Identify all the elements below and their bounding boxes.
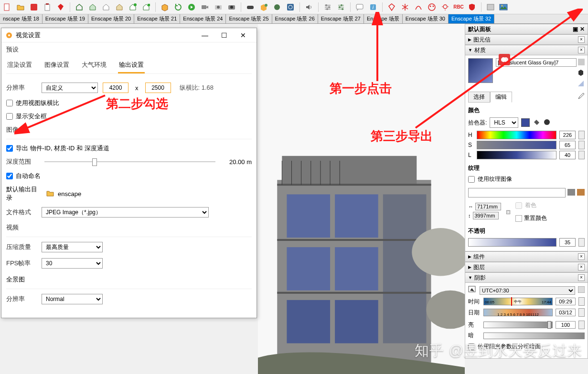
tb-vr[interactable]: [245, 2, 256, 12]
browse-tex-icon[interactable]: [567, 189, 575, 197]
tb-box[interactable]: [160, 2, 170, 12]
dialog-titlebar[interactable]: 视觉设置 — ☐ ✕: [1, 28, 257, 42]
time-input[interactable]: [556, 298, 576, 305]
edit-tex-icon[interactable]: [577, 189, 585, 197]
scene-tab[interactable]: Enscape 场景 26: [272, 14, 318, 23]
export-img-icon[interactable]: [499, 2, 509, 12]
tb-save[interactable]: [29, 2, 39, 12]
tex-width[interactable]: [475, 203, 501, 210]
scene-tab[interactable]: Enscape 场景 21: [134, 14, 180, 23]
pano-res-select[interactable]: Normal: [42, 294, 103, 304]
tb-cam2[interactable]: [226, 2, 237, 12]
depth-slider[interactable]: [44, 161, 215, 162]
settings-icon[interactable]: [285, 2, 296, 12]
scene-tab-active[interactable]: Enscape 场景 32: [449, 14, 494, 23]
s-input[interactable]: [559, 141, 576, 149]
opacity-spin[interactable]: [578, 238, 585, 247]
reset-swatch[interactable]: [515, 215, 522, 222]
opacity-input[interactable]: [559, 238, 576, 247]
shield-icon[interactable]: [467, 2, 477, 12]
tb-refresh[interactable]: [173, 2, 183, 12]
scene-tab[interactable]: Enscape 场景 19: [43, 14, 88, 23]
sliders2-icon[interactable]: [336, 2, 346, 12]
chat-icon[interactable]: [354, 2, 365, 12]
palette-icon[interactable]: [427, 2, 437, 12]
tb-h1[interactable]: [74, 2, 85, 12]
scene-tab[interactable]: Enscape 场景 24: [180, 14, 226, 23]
tb-open[interactable]: [15, 2, 26, 12]
time-slider[interactable]: 06:05 中午 17:44: [483, 298, 553, 305]
close-button[interactable]: ✕: [234, 29, 253, 42]
tb-cloud[interactable]: [258, 2, 269, 12]
tab-render[interactable]: 渲染设置: [6, 59, 33, 73]
dark-slider[interactable]: [483, 332, 585, 339]
maximize-button[interactable]: ☐: [214, 29, 234, 42]
compress-select[interactable]: 最高质量: [42, 242, 103, 252]
export-ids-checkbox[interactable]: [6, 145, 13, 152]
auto-name-checkbox[interactable]: [6, 173, 13, 179]
tb-cam1[interactable]: [213, 2, 224, 12]
time-spin[interactable]: [578, 297, 585, 306]
tab-atmosphere[interactable]: 大气环境: [81, 59, 107, 73]
h-spin[interactable]: [578, 131, 585, 139]
mat-cube-icon[interactable]: [577, 69, 585, 78]
shadow-toggle-icon[interactable]: [468, 286, 477, 295]
pic-icon[interactable]: [485, 2, 496, 12]
scene-tab[interactable]: Enscape 场景 25: [226, 14, 272, 23]
tb-new[interactable]: [2, 2, 12, 12]
eyedropper-icon[interactable]: [577, 92, 585, 103]
sliders1-icon[interactable]: [322, 2, 333, 12]
file-format-select[interactable]: JPEG Image（*.jpg）: [42, 207, 209, 218]
tb-brush[interactable]: [272, 2, 282, 12]
rbc-icon[interactable]: RBC: [453, 2, 464, 12]
folder-icon[interactable]: [46, 190, 54, 198]
show-safe-frame-checkbox[interactable]: [6, 113, 13, 120]
tb-video[interactable]: [200, 2, 210, 12]
mat-tri-icon[interactable]: [577, 80, 585, 89]
l-spin[interactable]: [578, 151, 585, 159]
elem-info-header[interactable]: ▶图元信×: [465, 34, 588, 45]
texture-path-input[interactable]: [468, 188, 566, 197]
bright-slider[interactable]: [483, 322, 553, 328]
resolution-mode-select[interactable]: 自定义: [42, 83, 98, 93]
l-input[interactable]: [559, 151, 576, 159]
date-input[interactable]: [556, 309, 576, 316]
scene-tab[interactable]: Enscape 场景 20: [88, 14, 134, 23]
opacity-slider[interactable]: [468, 238, 556, 247]
s-slider[interactable]: [477, 141, 556, 149]
default-panel-header[interactable]: 默认面板 ▣✕: [465, 24, 588, 34]
shadow-header[interactable]: ▼阴影×: [465, 272, 588, 283]
info-icon[interactable]: i: [368, 2, 378, 12]
height-input[interactable]: [145, 83, 171, 93]
scene-tab[interactable]: Enscape 场景 30: [403, 14, 449, 23]
fps-select[interactable]: 30: [42, 258, 103, 269]
material-swatch[interactable]: [468, 58, 493, 83]
notification-badge[interactable]: [499, 54, 510, 65]
picker-mode-select[interactable]: HLS: [490, 117, 518, 128]
globe-icon[interactable]: [543, 118, 551, 127]
bright-spin[interactable]: [578, 321, 585, 329]
date-slider[interactable]: 1 2 3 4 5 6 7 8 9 101112: [483, 309, 553, 316]
tb-h5[interactable]: [128, 2, 138, 12]
subtab-edit[interactable]: 编辑: [490, 92, 512, 103]
tb-play[interactable]: [186, 2, 197, 12]
speaker-icon[interactable]: [304, 2, 314, 12]
use-viewport-aspect-checkbox[interactable]: [6, 100, 13, 106]
tb-ruby[interactable]: [55, 2, 66, 12]
paint-bucket-icon[interactable]: [533, 118, 540, 127]
h-slider[interactable]: [477, 131, 556, 139]
date-spin[interactable]: [578, 308, 585, 317]
material-header[interactable]: ▼材质×: [465, 45, 588, 55]
tab-output[interactable]: 输出设置: [118, 59, 145, 73]
mat-lib-icon[interactable]: [578, 59, 585, 67]
link-icon[interactable]: ⧈: [506, 208, 511, 216]
h-input[interactable]: [559, 131, 576, 139]
shadow-menu-icon[interactable]: [578, 286, 585, 294]
gem-red-icon[interactable]: [386, 2, 397, 12]
tb-h3[interactable]: [101, 2, 111, 12]
snow-icon[interactable]: [400, 2, 410, 12]
s-spin[interactable]: [578, 141, 585, 149]
tb-h4[interactable]: [114, 2, 125, 12]
tb-h6[interactable]: [141, 2, 151, 12]
width-input[interactable]: [103, 83, 128, 93]
